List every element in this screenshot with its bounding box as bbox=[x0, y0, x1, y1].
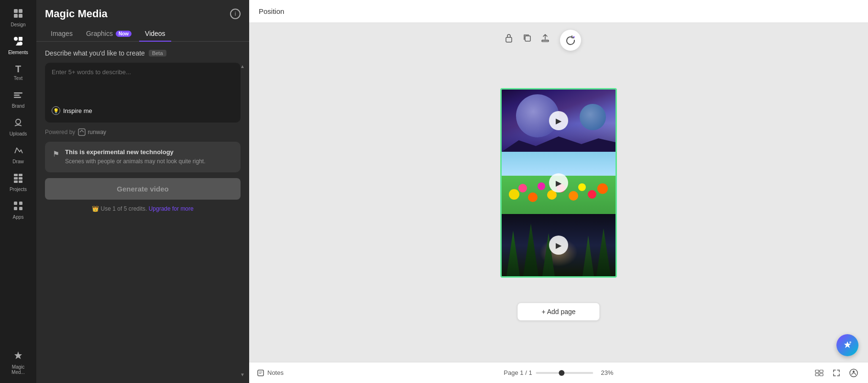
brand-icon bbox=[13, 90, 23, 102]
uploads-icon bbox=[13, 117, 23, 130]
info-box-title: This is experimental new technology bbox=[65, 148, 206, 156]
tab-videos[interactable]: Videos bbox=[139, 26, 171, 41]
info-icon-button[interactable]: i bbox=[230, 9, 241, 19]
svg-rect-15 bbox=[19, 177, 22, 180]
video-thumb-2[interactable]: ▶ bbox=[502, 152, 615, 214]
fullscreen-button[interactable] bbox=[830, 368, 843, 378]
elements-icon bbox=[13, 36, 23, 49]
graphics-new-badge: Now bbox=[116, 31, 132, 37]
svg-rect-23 bbox=[506, 37, 512, 42]
svg-rect-30 bbox=[815, 373, 819, 376]
panel-header: Magic Media i bbox=[36, 0, 249, 26]
svg-rect-25 bbox=[542, 40, 549, 42]
projects-icon bbox=[13, 173, 23, 186]
upgrade-link[interactable]: Upgrade for more bbox=[149, 205, 194, 212]
sidebar-item-uploads[interactable]: Uploads bbox=[3, 113, 33, 140]
scroll-down-arrow[interactable]: ▼ bbox=[239, 371, 246, 378]
svg-rect-12 bbox=[14, 174, 18, 176]
page-info: Page 1 / 1 23% bbox=[504, 369, 613, 376]
play-button-3[interactable]: ▶ bbox=[549, 236, 568, 255]
bottom-right-controls bbox=[813, 368, 860, 378]
zoom-slider[interactable] bbox=[536, 372, 593, 374]
flag-icon: ⚑ bbox=[53, 149, 59, 158]
svg-rect-1 bbox=[19, 9, 22, 13]
add-page-button[interactable]: + Add page bbox=[517, 303, 600, 321]
powered-by: Powered by runway bbox=[45, 128, 241, 136]
svg-rect-9 bbox=[14, 95, 20, 96]
grid-view-button[interactable] bbox=[813, 368, 826, 378]
svg-rect-5 bbox=[19, 37, 22, 41]
svg-rect-28 bbox=[815, 370, 819, 372]
magic-media-icon bbox=[13, 350, 23, 363]
copy-button[interactable] bbox=[519, 30, 535, 46]
svg-rect-16 bbox=[14, 180, 18, 183]
apps-icon bbox=[13, 201, 23, 214]
zoom-percentage: 23% bbox=[596, 369, 614, 376]
sidebar-item-elements[interactable]: Elements bbox=[3, 32, 33, 59]
magic-corner-button[interactable] bbox=[836, 334, 858, 356]
element-toolbar bbox=[497, 28, 557, 48]
magic-refresh-button[interactable] bbox=[560, 30, 581, 51]
svg-rect-31 bbox=[820, 373, 823, 376]
text-icon: T bbox=[15, 64, 21, 75]
sidebar-item-projects[interactable]: Projects bbox=[3, 169, 33, 196]
info-box-desc: Scenes with people or animals may not lo… bbox=[65, 158, 206, 166]
scroll-up-arrow[interactable]: ▲ bbox=[239, 62, 246, 70]
svg-rect-27 bbox=[258, 370, 264, 376]
sidebar-item-apps[interactable]: Apps bbox=[3, 197, 33, 224]
runway-logo: runway bbox=[78, 128, 106, 136]
play-button-2[interactable]: ▶ bbox=[549, 173, 568, 192]
describe-label: Describe what you'd like to create Beta bbox=[45, 49, 241, 57]
play-button-1[interactable]: ▶ bbox=[549, 111, 568, 130]
sidebar-item-draw[interactable]: Draw bbox=[3, 141, 33, 168]
sidebar-item-design[interactable]: Design bbox=[3, 4, 33, 31]
canvas-viewport[interactable]: ▶ ▶ bbox=[249, 23, 868, 362]
svg-point-26 bbox=[573, 36, 575, 38]
svg-point-33 bbox=[853, 371, 855, 372]
svg-rect-7 bbox=[19, 42, 22, 45]
bottom-toolbar: Notes Page 1 / 1 23% bbox=[249, 362, 868, 383]
svg-rect-14 bbox=[14, 177, 18, 180]
draw-icon bbox=[13, 145, 23, 158]
mountain-silhouette bbox=[502, 133, 615, 152]
video-thumb-1[interactable]: ▶ bbox=[502, 90, 615, 152]
svg-rect-10 bbox=[14, 97, 21, 98]
svg-rect-24 bbox=[525, 36, 530, 41]
svg-rect-21 bbox=[19, 207, 22, 210]
inspire-icon: 💡 bbox=[52, 106, 60, 115]
video-thumb-3[interactable]: ▶ bbox=[502, 214, 615, 276]
describe-textarea[interactable] bbox=[52, 68, 234, 100]
generate-video-button[interactable]: Generate video bbox=[45, 178, 241, 200]
inspire-me-button[interactable]: 💡 Inspire me bbox=[52, 104, 234, 117]
position-label: Position bbox=[259, 7, 284, 15]
zoom-slider-thumb bbox=[559, 370, 565, 376]
sidebar-item-magic-media[interactable]: Magic Med... bbox=[3, 347, 33, 379]
notes-button[interactable]: Notes bbox=[257, 369, 284, 377]
panel-tabs: Images Graphics Now Videos bbox=[36, 26, 249, 42]
info-box: ⚑ This is experimental new technology Sc… bbox=[45, 142, 241, 172]
tab-images[interactable]: Images bbox=[45, 26, 78, 41]
tab-graphics[interactable]: Graphics Now bbox=[80, 26, 137, 41]
svg-rect-8 bbox=[14, 92, 22, 94]
svg-rect-19 bbox=[19, 202, 22, 205]
design-icon bbox=[13, 8, 23, 21]
accessibility-button[interactable] bbox=[847, 368, 860, 378]
panel-content: Describe what you'd like to create Beta … bbox=[36, 42, 249, 383]
sidebar-item-brand[interactable]: Brand bbox=[3, 86, 33, 113]
svg-rect-3 bbox=[19, 14, 22, 18]
canvas-area: Position bbox=[249, 0, 868, 383]
canvas-frame[interactable]: ▶ ▶ bbox=[500, 88, 617, 278]
zoom-slider-wrap[interactable]: 23% bbox=[536, 369, 614, 376]
text-area-wrapper: 💡 Inspire me bbox=[45, 63, 241, 123]
magic-media-panel: Magic Media i Images Graphics Now Videos… bbox=[36, 0, 249, 383]
svg-point-34 bbox=[849, 341, 851, 343]
svg-rect-29 bbox=[820, 370, 823, 372]
svg-point-11 bbox=[16, 119, 21, 124]
lock-button[interactable] bbox=[501, 30, 517, 46]
svg-rect-13 bbox=[19, 174, 22, 176]
beta-badge: Beta bbox=[149, 50, 166, 56]
top-toolbar: Position bbox=[249, 0, 868, 23]
planet-small bbox=[580, 104, 606, 130]
sidebar-item-text[interactable]: T Text bbox=[3, 60, 33, 85]
export-button[interactable] bbox=[537, 30, 553, 46]
